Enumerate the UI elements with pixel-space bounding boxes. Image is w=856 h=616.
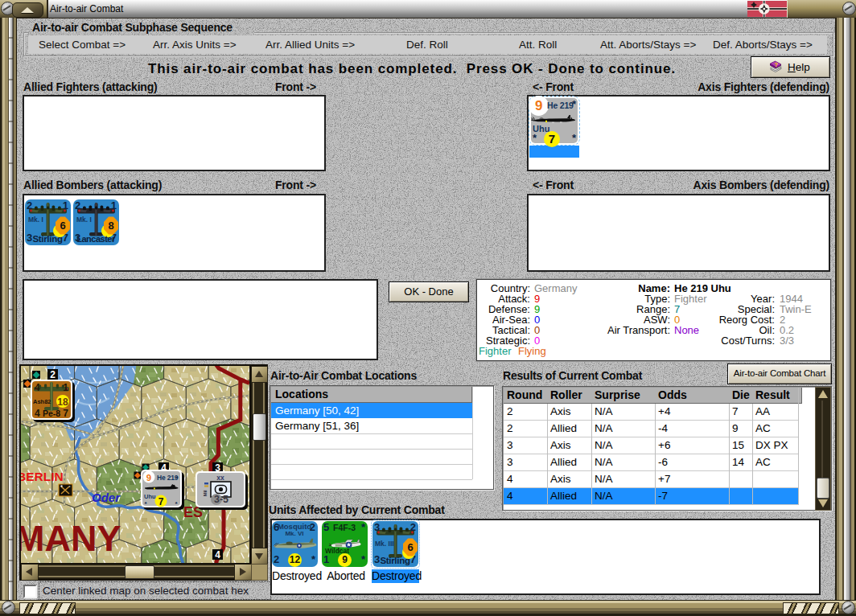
map-vscroll-thumb[interactable] bbox=[253, 413, 266, 441]
he219-name: He 219 bbox=[547, 101, 574, 110]
scroll-down-arrow-icon[interactable] bbox=[818, 499, 828, 507]
lancaster-rating: 8 bbox=[108, 220, 113, 232]
title-bar[interactable]: Air-to-air Combat bbox=[0, 0, 856, 18]
he219-star-tr: * bbox=[572, 100, 576, 109]
cell-round: 4 bbox=[504, 471, 513, 487]
location-row[interactable]: Germany [51, 36] bbox=[271, 418, 472, 434]
title-bar-right-block bbox=[787, 0, 856, 18]
pe8-br: 7 bbox=[63, 408, 68, 419]
map-he219-counter[interactable]: 9 He 219 * Uhu * 7 * bbox=[141, 470, 184, 510]
combat-chart-button[interactable]: Air-to-air Combat Chart bbox=[727, 363, 832, 384]
pe8-rating: 18 bbox=[57, 396, 68, 408]
locations-listbox[interactable]: Locations Germany [50, 42] Germany [51, … bbox=[270, 385, 494, 490]
phase-arr-axis-units: Arr. Axis Units => bbox=[153, 39, 237, 51]
cell-result: AA bbox=[752, 404, 770, 420]
he219-move: 9 bbox=[535, 98, 542, 114]
pe8-bl: 4 bbox=[35, 408, 40, 419]
collapse-button[interactable] bbox=[12, 2, 43, 18]
center-map-checkbox[interactable] bbox=[23, 585, 37, 598]
cell-round: 2 bbox=[504, 404, 513, 420]
pe8-tl: 4 bbox=[35, 382, 40, 393]
map-scroll-up-button[interactable] bbox=[251, 366, 268, 383]
f4f3-counter[interactable]: 5 * 1 * F4F-3 Wildcat 9 bbox=[322, 521, 368, 567]
f4f3-tl: 5 bbox=[323, 523, 329, 532]
cell-odds: +7 bbox=[655, 471, 670, 487]
combat-log-box[interactable] bbox=[23, 279, 378, 360]
front-right-label-2: Front -> bbox=[275, 179, 316, 191]
location-row-empty[interactable] bbox=[271, 449, 472, 465]
front-right-label-1: Front -> bbox=[275, 80, 316, 93]
grid-vline bbox=[729, 404, 730, 505]
hex-marker-4b: 4 bbox=[215, 549, 220, 561]
division-strength: 3-5 bbox=[214, 494, 228, 505]
map-division-counter[interactable]: xx Mil 3-5 bbox=[195, 471, 248, 510]
axis-fighters-label: Axis Fighters (defending) bbox=[698, 80, 829, 93]
airtransport-label: Air Transport: bbox=[607, 325, 670, 335]
map-viewport[interactable]: BERLIN Oder MANY ES 2 4 3 bbox=[21, 366, 249, 563]
center-map-checkbox-label[interactable]: Center linked map on selected combat hex bbox=[39, 581, 271, 600]
cell-surprise: N/A bbox=[591, 404, 613, 420]
title-bar-left-block bbox=[0, 0, 48, 18]
stirling3-rating: 6 bbox=[407, 541, 413, 553]
map-river-label: Oder bbox=[92, 491, 121, 504]
lancaster-counter[interactable]: 2 1 3 7 Mk. I 8 Lancaster bbox=[73, 199, 119, 245]
map-hscroll-thumb[interactable] bbox=[125, 565, 154, 579]
air-to-air-combat-window: Air-to-air Combat Subphase Sequence Sele… bbox=[0, 0, 856, 616]
cell-round: 3 bbox=[504, 437, 513, 454]
axis-bombers-box[interactable] bbox=[527, 194, 830, 272]
phase-att-aborts: Att. Aborts/Stays => bbox=[600, 39, 696, 51]
results-scroll-thumb[interactable] bbox=[817, 478, 829, 499]
cell-die: 7 bbox=[729, 404, 739, 420]
class-tag: Fighter bbox=[479, 346, 511, 356]
results-header-row: Round Roller Surprise Odds Die Result bbox=[504, 388, 798, 404]
map-city-label: BERLIN bbox=[21, 470, 64, 483]
cell-result: AC bbox=[752, 421, 771, 437]
cell-result: DX PX bbox=[752, 437, 788, 454]
map-panel: BERLIN Oder MANY ES 2 4 3 bbox=[19, 364, 268, 581]
he219-counter[interactable]: 9 He 219 * Uhu * * 7 bbox=[529, 97, 579, 145]
results-table[interactable]: Round Roller Surprise Odds Die Result 2A… bbox=[502, 386, 832, 511]
map-pe8-counter[interactable]: 4 1 Ash82 18 4 Pe-8 7 bbox=[31, 380, 75, 422]
map-scroll-down-button[interactable] bbox=[251, 548, 268, 565]
phase-select-combat: Select Combat => bbox=[39, 39, 126, 51]
map-hscrollbar[interactable] bbox=[21, 564, 250, 579]
stirling3-counter[interactable]: 3 2 3 7 Mk. III 6 Stirling bbox=[372, 520, 419, 568]
help-button[interactable]: ? Help bbox=[751, 56, 830, 78]
location-row-selected[interactable]: Germany [50, 42] bbox=[271, 403, 472, 418]
front-left-label-1: <- Front bbox=[533, 80, 574, 93]
help-button-label: Help bbox=[788, 61, 810, 73]
location-row-empty[interactable] bbox=[271, 464, 472, 480]
map-scroll-left-button[interactable] bbox=[21, 564, 39, 581]
location-row-empty[interactable] bbox=[271, 433, 472, 450]
f4f3-tr: * bbox=[361, 523, 365, 532]
cell-roller: Axis bbox=[547, 404, 571, 420]
combat-completed-message: This air-to-air combat has been complete… bbox=[140, 61, 684, 77]
map-he219-move: 9 bbox=[146, 473, 151, 483]
cell-surprise: N/A bbox=[591, 421, 613, 437]
mosquito-counter[interactable]: 6 2 2 * Mosquito Mk. VI 12 bbox=[272, 521, 318, 567]
phase-att-roll: Att. Roll bbox=[519, 39, 557, 51]
stirling3-mark: Mk. III bbox=[375, 540, 394, 548]
he219-star-br: * bbox=[572, 133, 576, 143]
ok-done-button[interactable]: OK - Done bbox=[389, 281, 469, 302]
hex-marker-2: 2 bbox=[50, 369, 56, 380]
map-scroll-right-button[interactable] bbox=[234, 564, 252, 581]
cell-die: 14 bbox=[729, 454, 744, 470]
hex-map: BERLIN Oder MANY ES 2 4 3 bbox=[21, 366, 249, 563]
allied-fighters-box[interactable] bbox=[23, 95, 326, 171]
scroll-up-arrow-icon[interactable] bbox=[818, 390, 828, 398]
results-scrollbar[interactable] bbox=[815, 387, 831, 511]
lancaster-mark: Mk. I bbox=[76, 216, 92, 224]
cell-result: AC bbox=[752, 454, 771, 470]
grid-vline bbox=[547, 404, 548, 505]
costturns-label: Cost/Turns: bbox=[721, 335, 775, 346]
phase-def-aborts: Def. Aborts/Stays => bbox=[713, 39, 813, 51]
stirling-counter[interactable]: 2 1 3 7 Mk. I 6 Stirling bbox=[25, 199, 71, 245]
grid-vline bbox=[591, 404, 592, 505]
map-vscrollbar[interactable] bbox=[251, 366, 266, 563]
window-title: Air-to-air Combat bbox=[50, 3, 123, 14]
pe8-name: Pe-8 bbox=[43, 409, 60, 418]
dialog-client-area: Air-to-air Combat Subphase Sequence Sele… bbox=[17, 18, 835, 600]
grid-vline bbox=[752, 404, 753, 505]
cell-odds: -6 bbox=[655, 454, 668, 470]
